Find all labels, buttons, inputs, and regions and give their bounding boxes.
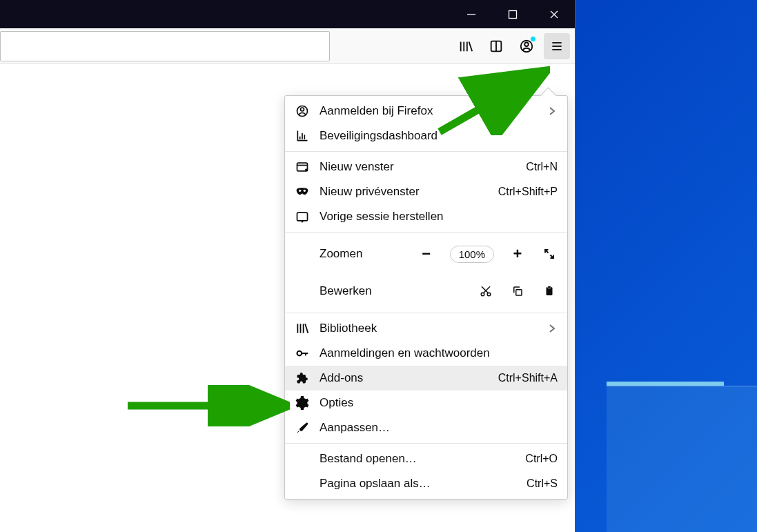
key-icon: [295, 346, 310, 361]
restore-icon: [295, 209, 310, 224]
menu-library[interactable]: Bibliotheek: [285, 316, 567, 341]
menu-signin[interactable]: Aanmelden bij Firefox: [285, 99, 567, 124]
svg-rect-23: [297, 213, 308, 221]
menu-zoom-row: Zoomen − 100% +: [285, 235, 567, 273]
menu-item-label: Add-ons: [319, 371, 489, 385]
zoom-out-button[interactable]: −: [418, 245, 435, 263]
menu-open-file[interactable]: Bestand openen… Ctrl+O: [285, 446, 567, 471]
maximize-button[interactable]: [492, 0, 533, 28]
window-titlebar: [0, 0, 575, 28]
svg-line-7: [469, 41, 473, 51]
account-button[interactable]: [513, 33, 540, 59]
svg-point-22: [304, 190, 306, 192]
menu-item-label: Beveiligingsdashboard: [319, 129, 558, 143]
menu-item-label: Aanmelden bij Firefox: [319, 104, 537, 118]
menu-item-shortcut: Ctrl+S: [527, 477, 558, 490]
svg-rect-32: [548, 286, 551, 288]
menu-item-label: Opties: [319, 396, 558, 410]
fullscreen-button[interactable]: [541, 248, 558, 260]
zoom-percent[interactable]: 100%: [450, 246, 494, 263]
close-button[interactable]: [533, 0, 575, 28]
svg-point-26: [481, 293, 484, 296]
browser-toolbar: [0, 28, 575, 64]
new-window-icon: [295, 159, 310, 175]
desktop-taskbar-hint: [607, 386, 757, 532]
menu-item-shortcut: Ctrl+Shift+A: [498, 372, 558, 384]
menu-customize[interactable]: Aanpassen…: [285, 415, 567, 440]
puzzle-icon: [295, 371, 310, 386]
app-menu: Aanmelden bij Firefox Beveiligingsdashbo…: [284, 95, 568, 500]
url-bar[interactable]: [0, 31, 330, 61]
menu-item-label: Vorige sessie herstellen: [319, 210, 558, 224]
svg-point-11: [524, 42, 529, 46]
svg-point-21: [299, 190, 301, 192]
menu-item-label: Aanmeldingen en wachtwoorden: [319, 346, 558, 360]
menu-item-label: Aanpassen…: [319, 421, 558, 435]
paste-button[interactable]: [541, 285, 558, 297]
menu-item-label: Bibliotheek: [319, 322, 537, 335]
library-button[interactable]: [453, 33, 479, 59]
menu-item-label: Nieuw privévenster: [319, 185, 489, 199]
cut-button[interactable]: [478, 285, 494, 297]
library-icon: [295, 321, 310, 336]
menu-save-page[interactable]: Pagina opslaan als… Ctrl+S: [285, 471, 567, 496]
menu-addons[interactable]: Add-ons Ctrl+Shift+A: [285, 366, 567, 391]
chevron-right-icon: [547, 324, 558, 333]
notification-dot-icon: [530, 36, 536, 42]
svg-line-36: [305, 324, 308, 333]
gear-icon: [295, 395, 310, 411]
menu-security-dashboard[interactable]: Beveiligingsdashboard: [285, 124, 567, 148]
menu-item-shortcut: Ctrl+N: [526, 161, 558, 173]
svg-point-27: [487, 293, 491, 296]
svg-rect-1: [509, 10, 517, 18]
svg-rect-30: [516, 290, 522, 295]
mask-icon: [295, 184, 310, 199]
dashboard-icon: [295, 128, 310, 144]
zoom-label: Zoomen: [295, 247, 418, 261]
menu-item-shortcut: Ctrl+Shift+P: [498, 186, 558, 198]
menu-item-shortcut: Ctrl+O: [525, 453, 558, 465]
menu-item-label: Nieuw venster: [319, 160, 516, 174]
hamburger-menu-button[interactable]: [544, 33, 570, 59]
svg-point-16: [301, 108, 304, 111]
minimize-button[interactable]: [451, 0, 492, 28]
reader-view-button[interactable]: [483, 33, 509, 59]
menu-item-label: Pagina opslaan als…: [319, 477, 517, 491]
copy-button[interactable]: [509, 285, 526, 297]
menu-logins[interactable]: Aanmeldingen en wachtwoorden: [285, 341, 567, 366]
menu-restore-session[interactable]: Vorige sessie herstellen: [285, 204, 567, 229]
chevron-right-icon: [547, 106, 558, 116]
menu-new-private[interactable]: Nieuw privévenster Ctrl+Shift+P: [285, 179, 567, 204]
paintbrush-icon: [295, 420, 310, 435]
menu-edit-row: Bewerken: [285, 273, 567, 310]
menu-new-window[interactable]: Nieuw venster Ctrl+N: [285, 155, 567, 179]
zoom-in-button[interactable]: +: [509, 245, 526, 263]
svg-point-37: [297, 351, 302, 356]
blank-icon: [295, 451, 310, 466]
edit-label: Bewerken: [295, 284, 478, 298]
menu-item-label: Bestand openen…: [319, 452, 515, 466]
blank-icon: [295, 476, 310, 491]
account-icon: [295, 104, 310, 119]
menu-options[interactable]: Opties: [285, 391, 567, 415]
